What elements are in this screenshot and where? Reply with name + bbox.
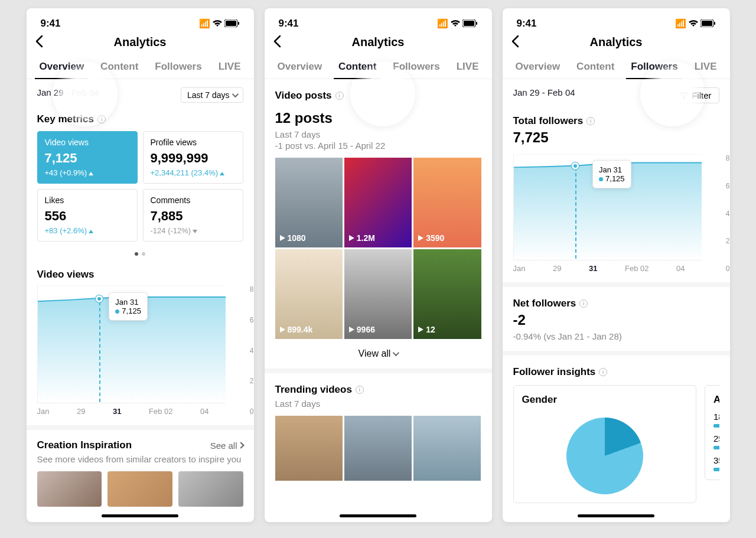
metric-label: Video views [45, 138, 130, 147]
play-icon [418, 327, 423, 332]
play-icon [349, 327, 354, 332]
age-card[interactable]: Age 18-25-35- [705, 385, 719, 480]
tab-live[interactable]: LIVE [452, 55, 484, 79]
info-icon[interactable]: i [356, 386, 364, 394]
video-thumb[interactable]: 1.2M [344, 158, 412, 247]
followers-chart[interactable]: Jan 31 7,125 8k6K4K2K0 Jan2931Feb 0204 [513, 154, 719, 273]
info-icon[interactable]: i [586, 117, 595, 125]
tab-followers[interactable]: Followers [150, 55, 206, 79]
video-views-chart[interactable]: Jan 31 7,125 8K6K4K2K0 Jan2931Feb 0204 [37, 285, 243, 416]
back-button[interactable] [273, 34, 281, 51]
back-button[interactable] [35, 34, 43, 51]
divider [503, 282, 730, 287]
inspiration-thumb[interactable] [107, 471, 172, 507]
date-range: Jan 29 - Feb 04 [37, 87, 99, 97]
metric-card[interactable]: Profile views 9,999,999 +2,344,211 (23.4… [143, 131, 243, 184]
video-thumb[interactable]: 899.4k [275, 249, 343, 339]
back-button[interactable] [511, 34, 519, 51]
tab-live[interactable]: LIVE [214, 55, 246, 79]
filter-button[interactable]: Filter [672, 87, 719, 103]
gender-title: Gender [522, 394, 546, 406]
tab-overview[interactable]: Overview [511, 55, 565, 79]
y-axis-labels: 8K6K4K2K0 [250, 285, 254, 416]
chevron-right-icon [237, 442, 244, 448]
info-icon[interactable]: i [97, 115, 106, 123]
inspiration-thumb[interactable] [178, 471, 243, 507]
tab-followers[interactable]: Followers [626, 55, 682, 79]
metric-label: Comments [151, 195, 236, 205]
video-grid: 1080 1.2M 3590 899.4k 9966 12 [275, 158, 481, 339]
tab-content[interactable]: Content [572, 55, 619, 79]
inspiration-thumb[interactable] [37, 471, 102, 507]
content-area: Video posts i 12 posts Last 7 days -1 po… [265, 79, 492, 489]
x-axis-labels: Jan2931Feb 0204 [513, 264, 702, 273]
svg-rect-11 [702, 21, 712, 26]
svg-rect-1 [226, 21, 236, 26]
tab-followers[interactable]: Followers [388, 55, 444, 79]
tab-live[interactable]: LIVE [690, 55, 722, 79]
see-all-link[interactable]: See all [210, 441, 243, 451]
info-icon[interactable]: i [579, 299, 588, 308]
status-time: 9:41 [517, 18, 537, 30]
video-views: 3590 [426, 233, 444, 243]
metric-value: 556 [45, 208, 130, 224]
divider [503, 351, 730, 356]
x-axis-labels: Jan2931Feb 0204 [37, 407, 226, 416]
tabs: OverviewContentFollowersLIVE [27, 55, 254, 79]
video-views: 9966 [357, 325, 375, 334]
video-thumb[interactable]: 12 [413, 249, 481, 339]
signal-icon: 📶 [437, 18, 448, 29]
video-thumb[interactable]: 9966 [344, 249, 412, 339]
status-time: 9:41 [41, 18, 61, 30]
tab-content[interactable]: Content [334, 55, 381, 79]
metric-card[interactable]: Comments 7,885 -124 (-12%) [143, 189, 243, 242]
posts-compare: -1 post vs. April 15 - April 22 [275, 141, 481, 151]
wifi-icon [451, 19, 460, 29]
tab-content[interactable]: Content [96, 55, 143, 79]
status-icons: 📶 [675, 18, 716, 29]
video-thumb[interactable]: 3590 [413, 158, 481, 247]
view-all-link[interactable]: View all [275, 348, 481, 359]
tab-overview[interactable]: Overview [35, 55, 89, 79]
battery-icon [462, 19, 478, 29]
trending-title: Trending videos i [275, 384, 481, 396]
total-followers-title: Total followers i [513, 115, 719, 127]
trending-thumbnails [275, 416, 481, 481]
tooltip-date: Jan 31 [115, 298, 141, 307]
tab-overview[interactable]: Overview [273, 55, 327, 79]
wifi-icon [689, 19, 698, 29]
trending-thumb[interactable] [413, 416, 481, 481]
gender-card[interactable]: Gender [513, 385, 696, 503]
chevron-down-icon [232, 91, 238, 97]
arrow-up-icon [89, 230, 93, 233]
tooltip-date: Jan 31 [599, 165, 625, 174]
metric-card[interactable]: Likes 556 +83 (+2.6%) [37, 189, 138, 242]
tooltip-value: 7,125 [122, 307, 141, 315]
pagination-dots [37, 247, 243, 258]
age-title: Age [713, 394, 719, 406]
info-icon[interactable]: i [335, 92, 344, 100]
header: Analytics [503, 33, 730, 55]
filter-icon [680, 92, 688, 100]
wifi-icon [213, 19, 222, 29]
info-icon[interactable]: i [599, 368, 607, 376]
home-indicator [102, 514, 178, 517]
svg-rect-12 [714, 22, 715, 25]
insights-scroll[interactable]: Gender Age 18-25-35- [513, 378, 719, 503]
svg-rect-9 [476, 22, 477, 25]
date-filter-dropdown[interactable]: Last 7 days [181, 87, 243, 103]
trending-thumb[interactable] [275, 416, 343, 481]
follower-insights-title: Follower insights i [513, 366, 719, 378]
page-title: Analytics [590, 35, 643, 49]
signal-icon: 📶 [199, 18, 210, 29]
date-range: Jan 29 - Feb 04 [513, 87, 575, 97]
trending-thumb[interactable] [344, 416, 412, 481]
video-thumb[interactable]: 1080 [275, 158, 343, 247]
play-icon [280, 235, 285, 241]
svg-rect-8 [464, 21, 474, 26]
gender-pie-chart [566, 418, 643, 494]
status-bar: 9:41 📶 [27, 8, 254, 33]
metric-value: 7,125 [45, 151, 130, 166]
metric-card[interactable]: Video views 7,125 +43 (+0.9%) [37, 131, 138, 184]
total-followers-value: 7,725 [513, 129, 719, 146]
